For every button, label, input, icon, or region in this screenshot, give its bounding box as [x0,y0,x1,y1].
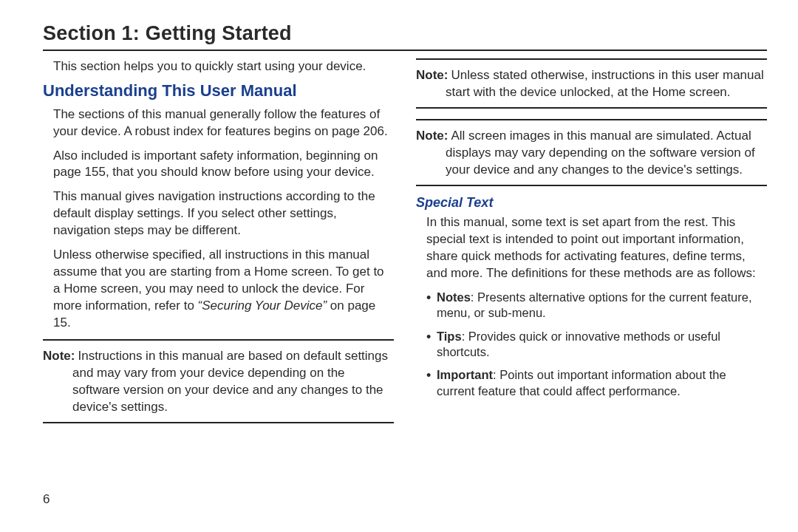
note-divider-bottom-left [43,422,394,423]
columns: This section helps you to quickly start … [43,57,767,431]
note-label-3: Note: [416,129,448,143]
left-para-3: This manual gives navigation instruction… [53,188,394,239]
bullet-item: Important: Points out important informat… [426,367,767,399]
note-divider-top-right-1 [416,58,767,60]
left-para-1: The sections of this manual generally fo… [53,106,394,140]
section-heading: Understanding This User Manual [43,80,394,102]
note-divider-bottom-right-1 [416,107,767,109]
left-para-4-ref: “Securing Your Device” [198,299,327,313]
left-para-4: Unless otherwise specified, all instruct… [53,247,394,332]
note-label-2: Note: [416,68,448,82]
note-divider-top-right-2 [416,119,767,120]
bullet-label-2: Important [437,368,493,381]
note-block-2: Note:Unless stated otherwise, instructio… [416,67,767,101]
bullet-item: Tips: Provides quick or innovative metho… [426,329,767,361]
left-para-2: Also included is important safety inform… [53,148,394,182]
title-divider [43,50,767,51]
bullet-label-0: Notes [437,290,471,304]
note-divider-bottom-right-2 [416,185,767,186]
bullet-text-1: : Provides quick or innovative methods o… [437,330,720,358]
page-number: 6 [43,492,50,507]
note-body-3: All screen images in this manual are sim… [446,129,755,177]
note-block-1: Note:Instructions in this manual are bas… [43,348,394,416]
bullet-item: Notes: Presents alternative options for … [426,290,767,321]
right-column: Note:Unless stated otherwise, instructio… [416,57,767,431]
note-body-2: Unless stated otherwise, instructions in… [446,68,764,99]
bullet-list: Notes: Presents alternative options for … [426,290,767,400]
sub-heading: Special Text [416,194,767,211]
manual-page: Section 1: Getting Started This section … [0,0,798,532]
note-label-1: Note: [43,349,75,363]
note-block-3: Note:All screen images in this manual ar… [416,128,767,179]
section-title: Section 1: Getting Started [43,22,767,45]
note-divider-top-left [43,339,394,341]
bullet-text-0: : Presents alternative options for the c… [437,290,751,319]
intro-line: This section helps you to quickly start … [53,58,394,75]
left-column: This section helps you to quickly start … [43,57,394,431]
right-para-1: In this manual, some text is set apart f… [426,214,767,282]
note-body-1: Instructions in this manual are based on… [72,349,388,414]
bullet-label-1: Tips [437,330,462,343]
